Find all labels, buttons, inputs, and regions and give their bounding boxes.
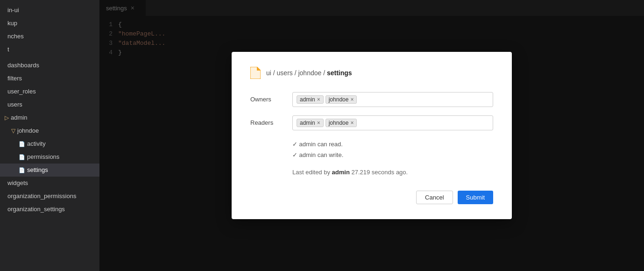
owners-field: Owners admin × johndoe × [250, 92, 493, 107]
sidebar-item-label: permissions [27, 152, 59, 162]
sidebar-item-dashboards[interactable]: dashboards [0, 59, 99, 72]
sidebar-item-label: widgets [7, 178, 28, 188]
sidebar-item-label: admin [11, 113, 27, 123]
note-admin-write: ✓ admin can write. [292, 150, 493, 160]
last-edited-suffix: 27.219 seconds ago. [350, 169, 408, 176]
remove-reader-admin-button[interactable]: × [317, 120, 320, 126]
sidebar-item-label: settings [27, 165, 48, 175]
tag-label: admin [300, 120, 315, 126]
last-edited-text: Last edited by admin 27.219 seconds ago. [292, 169, 493, 176]
remove-reader-johndoe-button[interactable]: × [350, 120, 354, 126]
sidebar-item-label: user_roles [7, 86, 36, 97]
file-icon: 📄 [19, 165, 25, 175]
sidebar-item-widgets[interactable]: widgets [0, 177, 99, 190]
modal-overlay: ui / users / johndoe / settings Owners a… [99, 0, 644, 271]
owners-label: Owners [250, 96, 292, 103]
tag-label: johndoe [329, 120, 349, 126]
owner-tag-johndoe[interactable]: johndoe × [326, 95, 357, 104]
modal-header: ui / users / johndoe / settings [250, 67, 493, 79]
breadcrumb-path: ui / users / johndoe / [266, 69, 327, 77]
sidebar-item-organization-settings[interactable]: organization_settings [0, 203, 99, 216]
sidebar-item-nches[interactable]: nches [0, 30, 99, 43]
sidebar-item-johndoe[interactable]: ▽ johndoe [0, 124, 99, 137]
readers-label: Readers [250, 119, 292, 126]
sidebar: in-ui kup nches t dashboards filters use… [0, 0, 99, 271]
sidebar-item-t[interactable]: t [0, 43, 99, 56]
sidebar-item-label: filters [7, 73, 22, 84]
file-icon: 📄 [19, 152, 25, 162]
file-icon [250, 67, 261, 79]
sidebar-item-organization-permissions[interactable]: organization_permissions [0, 190, 99, 203]
folder-icon: ▽ [11, 126, 15, 136]
readers-input[interactable]: admin × johndoe × [292, 115, 493, 130]
reader-tag-admin[interactable]: admin × [297, 119, 324, 127]
sidebar-item-label: johndoe [17, 126, 39, 136]
breadcrumb-current: settings [327, 69, 352, 77]
sidebar-item-settings[interactable]: 📄 settings [0, 164, 99, 177]
reader-tag-johndoe[interactable]: johndoe × [326, 119, 357, 127]
sidebar-item-label: dashboards [7, 60, 39, 71]
owner-tag-admin[interactable]: admin × [297, 95, 324, 104]
sidebar-item-in-ui[interactable]: in-ui [0, 4, 99, 17]
sidebar-item-user-roles[interactable]: user_roles [0, 85, 99, 98]
sidebar-item-label: kup [7, 18, 17, 29]
file-icon: 📄 [19, 139, 25, 149]
cancel-button[interactable]: Cancel [416, 191, 453, 204]
sidebar-item-admin[interactable]: ▷ admin [0, 111, 99, 124]
modal-notes: ✓ admin can read. ✓ admin can write. [292, 139, 493, 161]
folder-icon: ▷ [5, 113, 9, 123]
sidebar-item-activity[interactable]: 📄 activity [0, 137, 99, 150]
sidebar-item-label: nches [7, 31, 24, 42]
sidebar-item-label: t [7, 44, 9, 55]
remove-owner-johndoe-button[interactable]: × [350, 96, 354, 103]
last-edited-user: admin [332, 169, 350, 176]
last-edited-prefix: Last edited by [292, 169, 332, 176]
sidebar-item-label: organization_permissions [7, 191, 76, 201]
tag-label: johndoe [329, 96, 349, 103]
sidebar-item-label: organization_settings [7, 204, 65, 214]
breadcrumb: ui / users / johndoe / settings [266, 69, 352, 77]
remove-owner-admin-button[interactable]: × [317, 96, 320, 103]
sidebar-item-label: users [7, 100, 22, 110]
sidebar-item-kup[interactable]: kup [0, 17, 99, 30]
note-admin-read: ✓ admin can read. [292, 139, 493, 150]
submit-button[interactable]: Submit [458, 191, 493, 204]
readers-field: Readers admin × johndoe × [250, 115, 493, 130]
main-area: settings × 1 { 2 "homePageL... 3 "dataMo… [99, 0, 644, 271]
sidebar-item-permissions[interactable]: 📄 permissions [0, 150, 99, 164]
sidebar-item-label: in-ui [7, 5, 19, 15]
tag-label: admin [300, 96, 315, 103]
sidebar-item-label: activity [27, 139, 46, 149]
settings-modal: ui / users / johndoe / settings Owners a… [232, 52, 512, 220]
modal-actions: Cancel Submit [250, 191, 493, 204]
sidebar-item-filters[interactable]: filters [0, 72, 99, 85]
owners-input[interactable]: admin × johndoe × [292, 92, 493, 107]
sidebar-item-users[interactable]: users [0, 98, 99, 111]
